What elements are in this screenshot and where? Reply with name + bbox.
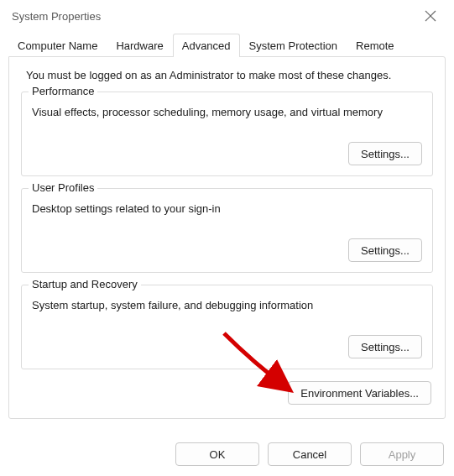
titlebar: System Properties bbox=[0, 0, 454, 32]
group-performance-legend: Performance bbox=[29, 85, 97, 97]
startup-recovery-settings-button[interactable]: Settings... bbox=[348, 335, 422, 358]
group-startup-recovery-legend: Startup and Recovery bbox=[29, 278, 141, 290]
tab-hardware[interactable]: Hardware bbox=[107, 34, 172, 57]
ok-button[interactable]: OK bbox=[175, 442, 259, 466]
apply-button[interactable]: Apply bbox=[360, 442, 444, 466]
group-user-profiles: User Profiles Desktop settings related t… bbox=[21, 188, 433, 273]
tab-strip: Computer Name Hardware Advanced System P… bbox=[0, 34, 454, 57]
tab-system-protection[interactable]: System Protection bbox=[240, 34, 347, 57]
admin-notice: You must be logged on as an Administrato… bbox=[21, 69, 433, 81]
group-user-profiles-legend: User Profiles bbox=[29, 181, 97, 194]
cancel-button[interactable]: Cancel bbox=[268, 442, 352, 466]
tab-advanced[interactable]: Advanced bbox=[173, 34, 240, 57]
dialog-button-row: OK Cancel Apply bbox=[175, 442, 444, 466]
performance-settings-button[interactable]: Settings... bbox=[348, 142, 422, 165]
group-performance: Performance Visual effects, processor sc… bbox=[21, 92, 433, 176]
tab-computer-name[interactable]: Computer Name bbox=[8, 34, 107, 57]
group-startup-recovery: Startup and Recovery System startup, sys… bbox=[21, 285, 433, 369]
environment-variables-button[interactable]: Environment Variables... bbox=[288, 381, 431, 405]
tab-content-advanced: You must be logged on as an Administrato… bbox=[8, 56, 446, 419]
group-performance-desc: Visual effects, processor scheduling, me… bbox=[32, 106, 422, 118]
group-user-profiles-desc: Desktop settings related to your sign-in bbox=[32, 202, 422, 215]
window-title: System Properties bbox=[8, 10, 415, 23]
close-button[interactable] bbox=[415, 3, 446, 29]
close-icon bbox=[425, 10, 436, 22]
group-startup-recovery-desc: System startup, system failure, and debu… bbox=[32, 299, 422, 311]
user-profiles-settings-button[interactable]: Settings... bbox=[348, 238, 422, 262]
tab-remote[interactable]: Remote bbox=[347, 34, 404, 57]
